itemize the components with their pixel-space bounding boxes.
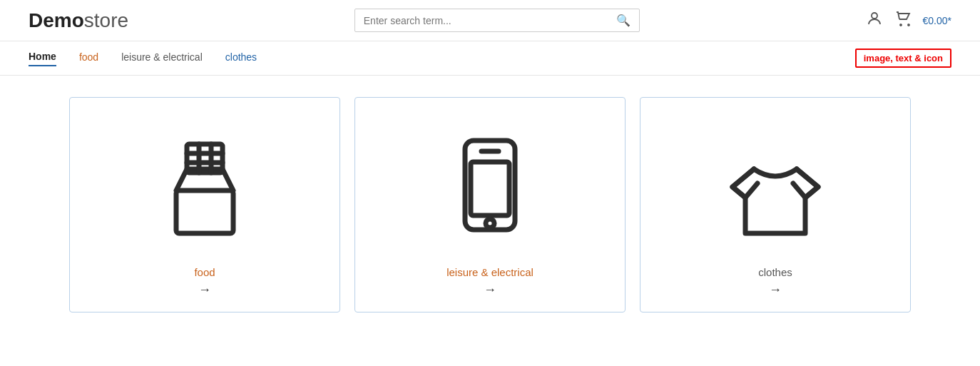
card-clothes[interactable]: clothes → xyxy=(640,97,911,312)
header: Demostore 🔍 €0.00* xyxy=(0,0,980,41)
food-arrow: → xyxy=(198,283,211,298)
nav-home[interactable]: Home xyxy=(29,51,56,66)
nav-leisure[interactable]: leisure & electrical xyxy=(121,51,203,66)
nav-links: Home food leisure & electrical clothes xyxy=(29,51,257,66)
search-input[interactable] xyxy=(364,15,616,26)
search-bar: 🔍 xyxy=(354,9,640,32)
main-nav: Home food leisure & electrical clothes i… xyxy=(0,41,980,76)
clothes-arrow: → xyxy=(769,283,782,298)
card-leisure[interactable]: leisure & electrical → xyxy=(354,97,626,312)
clothes-label: clothes xyxy=(758,266,792,278)
logo-light: store xyxy=(84,9,128,31)
clothes-icon xyxy=(711,119,839,255)
svg-rect-3 xyxy=(176,190,233,233)
header-icons: €0.00* xyxy=(866,10,951,31)
account-icon[interactable] xyxy=(866,10,883,31)
cart-icon[interactable] xyxy=(894,10,912,31)
svg-point-1 xyxy=(900,24,902,26)
leisure-label: leisure & electrical xyxy=(446,266,534,278)
search-button[interactable]: 🔍 xyxy=(616,14,631,27)
cart-price: €0.00* xyxy=(923,15,951,26)
leisure-icon xyxy=(426,119,554,255)
svg-point-0 xyxy=(872,13,877,19)
svg-rect-11 xyxy=(471,162,509,215)
logo-bold: Demo xyxy=(29,9,84,31)
leisure-arrow: → xyxy=(484,283,496,298)
nav-food[interactable]: food xyxy=(79,51,98,66)
svg-point-2 xyxy=(908,24,909,26)
nav-badge[interactable]: image, text & icon xyxy=(855,49,951,68)
food-label: food xyxy=(194,266,215,278)
svg-point-12 xyxy=(486,219,494,228)
food-icon xyxy=(141,119,269,255)
category-cards: food → leisure & electrical → xyxy=(0,76,980,334)
nav-clothes[interactable]: clothes xyxy=(225,51,257,66)
card-food[interactable]: food → xyxy=(69,97,340,312)
logo[interactable]: Demostore xyxy=(29,9,128,32)
